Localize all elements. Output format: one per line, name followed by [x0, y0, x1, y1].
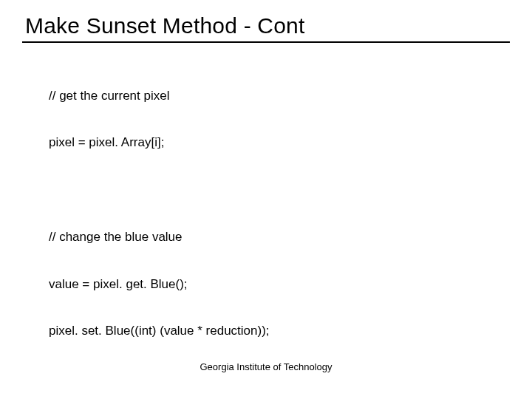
footer-text: Georgia Institute of Technology — [0, 361, 532, 372]
code-comment: // change the blue value — [49, 229, 510, 245]
code-line: pixel. set. Blue((int) (value * reductio… — [49, 323, 510, 338]
code-block: // get the current pixel pixel = pixel. … — [49, 56, 510, 399]
title-underline — [22, 41, 510, 43]
slide-title: Make Sunset Method - Cont — [25, 13, 510, 38]
slide: Make Sunset Method - Cont // get the cur… — [0, 0, 532, 399]
blank-line — [49, 370, 510, 386]
code-line: value = pixel. get. Blue(); — [49, 276, 510, 292]
code-line: pixel = pixel. Array[i]; — [49, 134, 510, 150]
code-comment: // get the current pixel — [49, 88, 510, 103]
blank-line — [49, 182, 510, 197]
